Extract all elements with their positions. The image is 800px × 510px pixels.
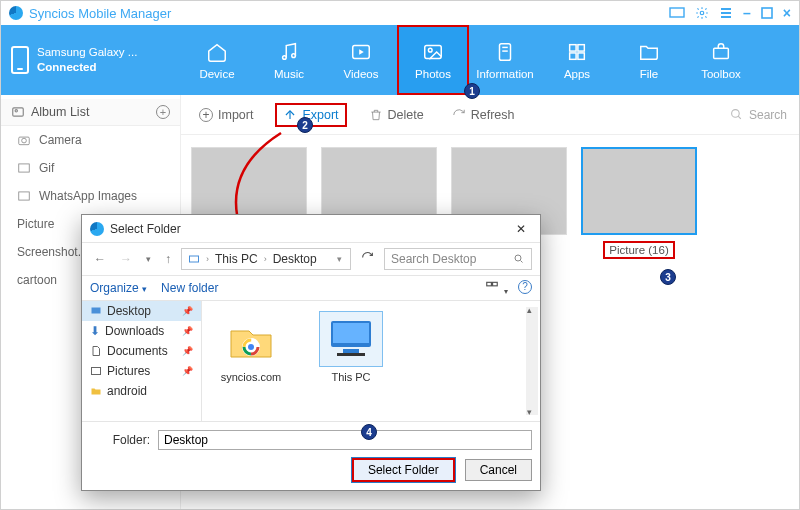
svg-line-29: [521, 261, 523, 263]
svg-point-7: [292, 53, 296, 57]
nav-device-label: Device: [199, 68, 234, 80]
tree-pictures[interactable]: Pictures📌: [82, 361, 201, 381]
nav-forward-icon[interactable]: →: [116, 252, 136, 266]
folder-tree: Desktop📌 ⬇ Downloads📌 Documents📌 Picture…: [82, 301, 202, 421]
sidebar-item-camera[interactable]: Camera: [1, 126, 180, 154]
svg-rect-0: [670, 8, 684, 17]
svg-rect-24: [19, 192, 30, 200]
dialog-search-input[interactable]: Search Desktop: [384, 248, 532, 270]
svg-point-10: [428, 48, 432, 52]
svg-rect-42: [337, 353, 365, 356]
svg-rect-14: [570, 44, 576, 50]
svg-rect-23: [19, 164, 30, 172]
svg-rect-16: [570, 52, 576, 58]
svg-rect-15: [578, 44, 584, 50]
svg-point-22: [22, 138, 27, 143]
tree-documents[interactable]: Documents📌: [82, 341, 201, 361]
app-window: Syncios Mobile Manager – × Samsung Galax…: [0, 0, 800, 510]
delete-label: Delete: [388, 108, 424, 122]
nav-information[interactable]: Information: [469, 25, 541, 95]
svg-point-20: [15, 110, 17, 112]
sidebar-item-whatsapp[interactable]: WhatsApp Images: [1, 182, 180, 210]
sidebar-item-label: Camera: [39, 133, 82, 147]
nav-apps-label: Apps: [564, 68, 590, 80]
svg-line-26: [738, 116, 741, 119]
nav-up-icon[interactable]: ↑: [161, 252, 175, 266]
nav-photos-label: Photos: [415, 68, 451, 80]
photos-toolbar: + Import Export Delete Refresh: [181, 95, 799, 135]
sidebar-item-label: Screenshot...: [17, 245, 88, 259]
svg-rect-27: [190, 256, 199, 262]
nav-back-icon[interactable]: ←: [90, 252, 110, 266]
search-input[interactable]: Search: [730, 108, 787, 122]
phone-icon: [11, 46, 29, 74]
svg-rect-31: [492, 282, 497, 286]
minimize-icon[interactable]: –: [743, 5, 751, 21]
svg-rect-40: [333, 323, 369, 343]
svg-rect-30: [486, 282, 491, 286]
dialog-logo-icon: [90, 222, 104, 236]
file-syncios[interactable]: syncios.com: [212, 311, 290, 411]
file-thispc[interactable]: This PC: [312, 311, 390, 411]
sidebar-item-gif[interactable]: Gif: [1, 154, 180, 182]
search-placeholder: Search: [749, 108, 787, 122]
nav-videos-label: Videos: [344, 68, 379, 80]
nav-toolbox[interactable]: Toolbox: [685, 25, 757, 95]
help-icon[interactable]: ?: [518, 280, 532, 294]
menu-icon[interactable]: [719, 5, 733, 21]
svg-rect-11: [500, 43, 511, 60]
file-caption: syncios.com: [212, 371, 290, 383]
maximize-icon[interactable]: [761, 5, 773, 21]
folder-field-label: Folder:: [90, 433, 150, 447]
dialog-close-icon[interactable]: ✕: [510, 220, 532, 238]
device-name: Samsung Galaxy ...: [37, 45, 137, 60]
tree-desktop[interactable]: Desktop📌: [82, 301, 201, 321]
add-album-icon[interactable]: +: [156, 105, 170, 119]
nav-videos[interactable]: Videos: [325, 25, 397, 95]
svg-rect-17: [578, 52, 584, 58]
address-bar[interactable]: › This PC › Desktop ▾: [181, 248, 351, 270]
scrollbar[interactable]: [526, 307, 538, 415]
svg-point-25: [732, 110, 740, 118]
new-folder-button[interactable]: New folder: [161, 281, 218, 295]
tree-downloads[interactable]: ⬇ Downloads📌: [82, 321, 201, 341]
svg-rect-19: [13, 108, 24, 116]
folder-field[interactable]: [158, 430, 532, 450]
nav-music-label: Music: [274, 68, 304, 80]
nav-music[interactable]: Music: [253, 25, 325, 95]
main-nav: Samsung Galaxy ... Connected Device Musi…: [1, 25, 799, 95]
nav-file-label: File: [640, 68, 659, 80]
device-panel[interactable]: Samsung Galaxy ... Connected: [1, 25, 181, 95]
nav-device[interactable]: Device: [181, 25, 253, 95]
sidebar-header[interactable]: Album List +: [1, 99, 180, 126]
gear-icon[interactable]: [695, 5, 709, 21]
screen-icon[interactable]: [669, 5, 685, 21]
import-label: Import: [218, 108, 253, 122]
import-button[interactable]: + Import: [193, 105, 259, 125]
thumb-picture[interactable]: Picture (16): [581, 147, 697, 259]
crumb-desktop: Desktop: [273, 252, 317, 266]
tree-android[interactable]: android: [82, 381, 201, 401]
nav-recent-icon[interactable]: ▾: [142, 254, 155, 264]
app-logo-icon: [9, 6, 23, 20]
refresh-label: Refresh: [471, 108, 515, 122]
nav-apps[interactable]: Apps: [541, 25, 613, 95]
delete-button[interactable]: Delete: [363, 105, 430, 125]
refresh-button[interactable]: Refresh: [446, 105, 521, 125]
organize-menu[interactable]: Organize ▾: [90, 281, 147, 295]
cancel-button[interactable]: Cancel: [465, 459, 532, 481]
refresh-icon[interactable]: [357, 251, 378, 267]
sidebar-item-label: Gif: [39, 161, 54, 175]
svg-rect-41: [343, 349, 359, 353]
device-status: Connected: [37, 60, 137, 75]
sidebar-header-label: Album List: [31, 105, 89, 119]
nav-photos[interactable]: Photos: [397, 25, 469, 95]
close-icon[interactable]: ×: [783, 5, 791, 21]
sidebar-item-label: Picture: [17, 217, 54, 231]
sidebar-item-label: WhatsApp Images: [39, 189, 137, 203]
nav-toolbox-label: Toolbox: [701, 68, 741, 80]
select-folder-button[interactable]: Select Folder: [352, 458, 455, 482]
view-mode-icon[interactable]: ▾: [483, 280, 508, 297]
nav-file[interactable]: File: [613, 25, 685, 95]
annotation-badge-4: 4: [361, 424, 377, 440]
